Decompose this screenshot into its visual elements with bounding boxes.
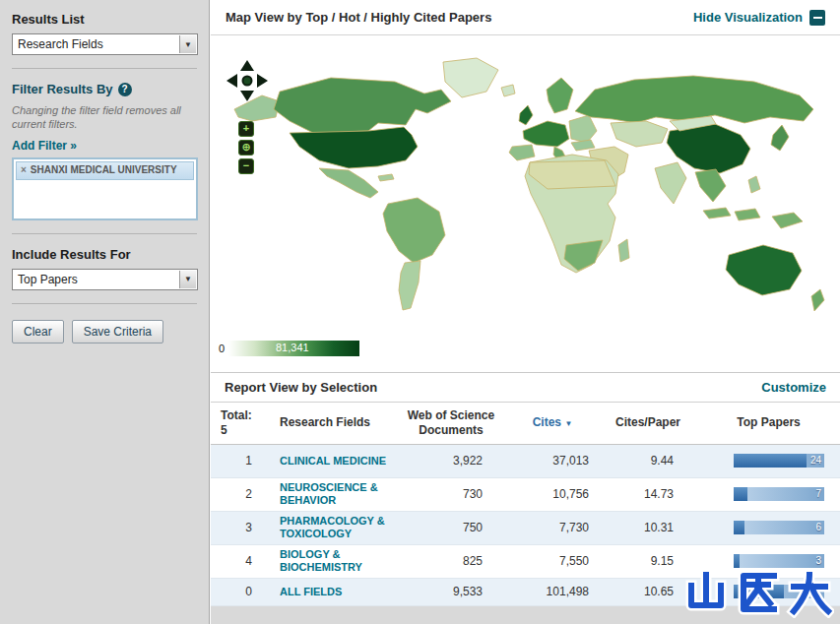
- country-cuba[interactable]: [378, 174, 394, 181]
- top-papers-value: 24: [810, 455, 821, 466]
- research-field-link[interactable]: CLINICAL MEDICINE: [280, 455, 386, 468]
- docs-cell: 825: [396, 544, 506, 578]
- table-row: 3 PHARMACOLOGY & TOXICOLOGY 750 7,730 10…: [211, 511, 840, 544]
- research-field-link[interactable]: ALL FIELDS: [280, 586, 342, 598]
- shanxi-medical-watermark: [684, 569, 834, 618]
- results-list-select[interactable]: Research Fields ▼: [12, 33, 198, 55]
- country-australia[interactable]: [726, 245, 802, 295]
- top-papers-bar: 24: [734, 454, 824, 468]
- chevron-down-icon[interactable]: ▼: [179, 271, 196, 288]
- customize-link[interactable]: Customize: [761, 380, 826, 395]
- country-east-europe[interactable]: [569, 115, 597, 143]
- hide-visualization-label: Hide Visualization: [693, 10, 803, 25]
- docs-cell: 9,533: [396, 578, 506, 605]
- report-view-title: Report View by Selection: [225, 380, 377, 395]
- include-results-select[interactable]: Top Papers ▼: [12, 269, 198, 290]
- world-map-choropleth[interactable]: [223, 52, 838, 340]
- collapse-minus-icon[interactable]: [809, 10, 825, 26]
- research-field-link[interactable]: NEUROSCIENCE & BEHAVIOR: [280, 481, 396, 507]
- cites-label: Cites: [533, 415, 561, 429]
- research-field-link[interactable]: PHARMACOLOGY & TOXICOLOGY: [280, 515, 396, 540]
- country-argentina[interactable]: [399, 261, 420, 310]
- total-count: 5: [221, 423, 266, 438]
- country-new-zealand[interactable]: [811, 289, 824, 311]
- country-uk[interactable]: [519, 105, 533, 125]
- pan-up-icon[interactable]: [240, 60, 254, 71]
- country-brazil[interactable]: [383, 198, 445, 263]
- map-pan-control[interactable]: [228, 62, 266, 99]
- save-criteria-button[interactable]: Save Criteria: [72, 320, 163, 343]
- col-cites-per-paper: Cites/Paper: [599, 403, 697, 444]
- docs-cell: 730: [396, 477, 506, 511]
- cites-cell: 37,013: [506, 444, 599, 477]
- country-se-asia[interactable]: [695, 169, 726, 202]
- filter-item[interactable]: × SHANXI MEDICAL UNIVERSITY: [16, 161, 194, 181]
- research-field-link[interactable]: BIOLOGY & BIOCHEMISTRY: [280, 548, 396, 574]
- country-madagascar[interactable]: [618, 239, 629, 262]
- cites-per-paper-cell: 10.31: [599, 511, 697, 544]
- country-india[interactable]: [655, 162, 686, 204]
- country-iceland[interactable]: [501, 85, 515, 96]
- country-indonesia-west[interactable]: [703, 208, 731, 218]
- country-scandinavia[interactable]: [547, 78, 573, 113]
- country-greenland[interactable]: [443, 58, 498, 97]
- zoom-out-button[interactable]: −: [238, 158, 254, 174]
- rank-cell: 4: [211, 544, 266, 578]
- sidebar-divider: [12, 233, 197, 234]
- sort-desc-icon: ▼: [564, 419, 572, 428]
- remove-filter-icon[interactable]: ×: [21, 164, 27, 177]
- hide-visualization-link[interactable]: Hide Visualization: [693, 10, 825, 26]
- top-papers-bar-fill: [734, 521, 744, 534]
- col-cites-sortable[interactable]: Cites ▼: [506, 403, 599, 444]
- rank-cell: 0: [211, 578, 266, 605]
- filter-item-label: SHANXI MEDICAL UNIVERSITY: [31, 164, 178, 177]
- total-label: Total:: [221, 408, 266, 423]
- cites-per-paper-cell: 10.65: [599, 578, 697, 605]
- country-turkey[interactable]: [571, 140, 595, 151]
- sidebar: Results List Research Fields ▼ Filter Re…: [0, 0, 210, 624]
- region-sahara[interactable]: [529, 160, 615, 189]
- cites-cell: 10,756: [506, 477, 599, 511]
- rank-cell: 3: [211, 511, 266, 544]
- sidebar-divider: [12, 68, 197, 69]
- filter-note-text: Changing the filter field removes all cu…: [12, 103, 181, 132]
- country-papua[interactable]: [772, 213, 803, 228]
- help-icon[interactable]: ?: [118, 83, 132, 96]
- table-header-row: Total: 5 Research Fields Web of Science …: [211, 403, 840, 444]
- legend-min-value: 0: [219, 343, 225, 354]
- chevron-down-icon[interactable]: ▼: [179, 35, 196, 53]
- top-papers-value: 7: [815, 488, 821, 499]
- country-russia[interactable]: [575, 76, 813, 123]
- country-philippines[interactable]: [748, 176, 760, 193]
- legend-gradient-bar: 81,341: [228, 341, 359, 356]
- pan-center-icon[interactable]: [242, 76, 253, 87]
- top-papers-bar: 7: [734, 487, 824, 501]
- rank-cell: 2: [211, 477, 266, 511]
- country-spain[interactable]: [509, 145, 535, 160]
- country-canada[interactable]: [274, 78, 451, 133]
- rank-cell: 1: [211, 444, 266, 477]
- country-mexico[interactable]: [319, 168, 378, 198]
- map-zoom-controls: + ⊕ −: [238, 121, 254, 174]
- pan-right-icon[interactable]: [257, 74, 268, 88]
- map-section-header: Map View by Top / Hot / Highly Cited Pap…: [211, 0, 840, 35]
- include-results-label: Include Results For: [12, 247, 197, 262]
- country-japan[interactable]: [771, 125, 789, 151]
- sidebar-divider: [12, 303, 197, 304]
- zoom-in-button[interactable]: +: [238, 121, 254, 137]
- add-filter-link[interactable]: Add Filter »: [12, 139, 77, 153]
- country-indonesia-east[interactable]: [735, 209, 760, 220]
- cites-per-paper-cell: 9.44: [599, 444, 697, 477]
- include-results-selected-value: Top Papers: [18, 273, 78, 286]
- country-kazakhstan[interactable]: [611, 121, 668, 147]
- cites-per-paper-cell: 14.73: [599, 477, 697, 511]
- country-usa[interactable]: [290, 127, 418, 168]
- map-color-legend: 0 81,341: [219, 341, 359, 356]
- clear-button[interactable]: Clear: [12, 320, 64, 343]
- country-west-europe[interactable]: [523, 121, 569, 147]
- pan-down-icon[interactable]: [240, 91, 254, 101]
- active-filters-listbox[interactable]: × SHANXI MEDICAL UNIVERSITY: [12, 157, 198, 220]
- map-view-title: Map View by Top / Hot / Highly Cited Pap…: [226, 10, 491, 25]
- globe-reset-button[interactable]: ⊕: [238, 140, 254, 156]
- pan-left-icon[interactable]: [226, 74, 237, 88]
